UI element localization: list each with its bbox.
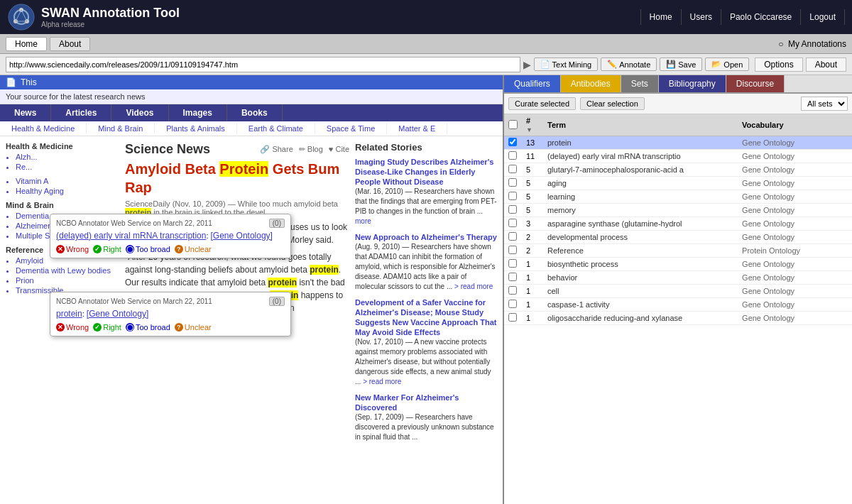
term-checkbox[interactable] <box>508 273 517 281</box>
related-story-1-link[interactable]: Imaging Study Describes Alzheimer's Dise… <box>355 158 493 186</box>
top-nav-user[interactable]: Paolo Ciccarese <box>721 9 801 25</box>
header-count[interactable]: # ▼ <box>522 114 543 136</box>
table-row[interactable]: 2 Reference Protein Ontology <box>504 244 852 258</box>
menu-home[interactable]: Home <box>6 37 47 51</box>
tab-discourse[interactable]: Discourse <box>726 75 785 92</box>
top-nav-home[interactable]: Home <box>640 9 682 25</box>
table-row[interactable]: 1 biosynthetic process Gene Ontology <box>504 258 852 271</box>
row-checkbox-cell[interactable] <box>504 258 522 271</box>
row-checkbox-cell[interactable] <box>504 244 522 258</box>
term-checkbox[interactable] <box>508 138 517 146</box>
row-checkbox-cell[interactable] <box>504 177 522 190</box>
sd-nav-articles[interactable]: Articles <box>51 104 111 121</box>
table-row[interactable]: 5 glutaryl-7-aminocephalosporanic-acid a… <box>504 163 852 177</box>
popup1-wrong-btn[interactable]: ✕ Wrong <box>56 245 89 253</box>
table-row[interactable]: 13 protein Gene Ontology <box>504 136 852 150</box>
row-checkbox-cell[interactable] <box>504 231 522 244</box>
about-button[interactable]: About <box>806 57 846 72</box>
sidebar-item-healthyaging[interactable]: Healthy Aging <box>16 187 119 195</box>
popup2-broad-btn[interactable]: ◯ Too broad <box>126 323 170 332</box>
sidebar-item-alzh[interactable]: Alzh... <box>16 153 119 161</box>
row-checkbox-cell[interactable] <box>504 150 522 163</box>
share-link[interactable]: 🔗 Share <box>260 145 293 154</box>
table-row[interactable]: 5 learning Gene Ontology <box>504 190 852 204</box>
my-annotations-link[interactable]: ○ My Annotations <box>778 39 846 49</box>
related-story-4-link[interactable]: New Marker For Alzheimer's Discovered <box>355 393 459 412</box>
blog-link[interactable]: ✏ Blog <box>299 145 323 154</box>
row-checkbox-cell[interactable] <box>504 163 522 177</box>
popup2-term[interactable]: protein <box>56 309 82 319</box>
sidebar-item-re[interactable]: Re... <box>16 163 119 171</box>
term-checkbox[interactable] <box>508 313 517 322</box>
row-checkbox-cell[interactable] <box>504 190 522 204</box>
table-row[interactable]: 1 oligosaccharide reducing-and xylanase … <box>504 312 852 325</box>
sd-nav-videos[interactable]: Videos <box>111 104 168 121</box>
top-nav-users[interactable]: Users <box>682 9 721 25</box>
popup2-ontology[interactable]: [Gene Ontology] <box>87 309 148 319</box>
term-checkbox[interactable] <box>508 300 517 308</box>
term-checkbox[interactable] <box>508 151 517 160</box>
sd-subnav-health[interactable]: Health & Medicine <box>0 123 87 134</box>
tab-qualifiers[interactable]: Qualifiers <box>504 75 561 92</box>
popup2-right-btn[interactable]: ✓ Right <box>93 323 121 332</box>
sidebar-item-dementia-lewy[interactable]: Dementia with Lewy bodies <box>16 266 119 275</box>
term-checkbox[interactable] <box>508 232 517 241</box>
term-checkbox[interactable] <box>508 246 517 254</box>
row-checkbox-cell[interactable] <box>504 312 522 325</box>
clear-selection-button[interactable]: Clear selection <box>580 97 645 110</box>
table-row[interactable]: 1 cell Gene Ontology <box>504 285 852 298</box>
popup1-term[interactable]: (delayed) early viral mRNA transcription <box>56 231 206 241</box>
table-row[interactable]: 1 behavior Gene Ontology <box>504 271 852 285</box>
sd-nav-images[interactable]: Images <box>169 104 227 121</box>
table-row[interactable]: 11 (delayed) early viral mRNA transcript… <box>504 150 852 163</box>
sd-nav-books[interactable]: Books <box>227 104 283 121</box>
term-checkbox[interactable] <box>508 165 517 173</box>
allsets-select[interactable]: All sets <box>801 97 848 111</box>
popup1-unclear-btn[interactable]: ? Unclear <box>175 245 212 253</box>
popup1-right-btn[interactable]: ✓ Right <box>93 245 121 253</box>
url-input[interactable] <box>6 57 520 72</box>
tab-antibodies[interactable]: Antibodies <box>561 75 621 92</box>
term-checkbox[interactable] <box>508 286 517 295</box>
row-checkbox-cell[interactable] <box>504 217 522 231</box>
open-button[interactable]: 📂 Open <box>705 57 749 71</box>
table-row[interactable]: 5 memory Gene Ontology <box>504 204 852 217</box>
term-checkbox[interactable] <box>508 192 517 200</box>
cite-link[interactable]: ♥ Cite <box>329 145 349 154</box>
menu-about[interactable]: About <box>50 37 90 51</box>
popup2-wrong-btn[interactable]: ✕ Wrong <box>56 323 89 332</box>
read-more-1[interactable]: more <box>355 217 371 225</box>
related-story-2-link[interactable]: New Approach to Alzheimer's Therapy <box>355 233 497 241</box>
term-checkbox[interactable] <box>508 178 517 187</box>
select-all-checkbox[interactable] <box>508 120 518 129</box>
sd-subnav-matter[interactable]: Matter & E <box>387 123 447 134</box>
browser-content[interactable]: Your source for the latest research news… <box>0 89 503 501</box>
sidebar-item-prion[interactable]: Prion <box>16 276 119 285</box>
table-row[interactable]: 3 asparagine synthase (glutamine-hydrol … <box>504 217 852 231</box>
read-more-2[interactable]: > read more <box>454 283 493 290</box>
save-button[interactable]: 💾 Save <box>660 57 702 71</box>
row-checkbox-cell[interactable] <box>504 204 522 217</box>
annotate-button[interactable]: ✏️ Annotate <box>601 57 657 71</box>
sidebar-item-vitamina[interactable]: Vitamin A <box>16 177 119 185</box>
sd-subnav-mind[interactable]: Mind & Brain <box>87 123 155 134</box>
tab-sets[interactable]: Sets <box>621 75 659 92</box>
top-nav-logout[interactable]: Logout <box>801 9 845 25</box>
sd-subnav-space[interactable]: Space & Time <box>315 123 387 134</box>
popup1-broad-btn[interactable]: ◯ Too broad <box>126 245 170 253</box>
popup2-unclear-btn[interactable]: ? Unclear <box>175 323 212 332</box>
row-checkbox-cell[interactable] <box>504 271 522 285</box>
term-checkbox[interactable] <box>508 219 517 227</box>
row-checkbox-cell[interactable] <box>504 298 522 312</box>
table-row[interactable]: 1 caspase-1 activity Gene Ontology <box>504 298 852 312</box>
related-story-3-link[interactable]: Development of a Safer Vaccine for Alzhe… <box>355 298 496 336</box>
curate-selected-button[interactable]: Curate selected <box>508 97 576 110</box>
read-more-3[interactable]: > read more <box>363 378 401 385</box>
text-mining-button[interactable]: 📄 Text Mining <box>534 57 599 71</box>
term-checkbox[interactable] <box>508 259 517 268</box>
popup1-ontology[interactable]: [Gene Ontology] <box>211 231 273 241</box>
sd-subnav-plants[interactable]: Plants & Animals <box>155 123 237 134</box>
tab-bibliography[interactable]: Bibliography <box>659 75 726 92</box>
table-row[interactable]: 5 aging Gene Ontology <box>504 177 852 190</box>
term-checkbox[interactable] <box>508 205 517 214</box>
